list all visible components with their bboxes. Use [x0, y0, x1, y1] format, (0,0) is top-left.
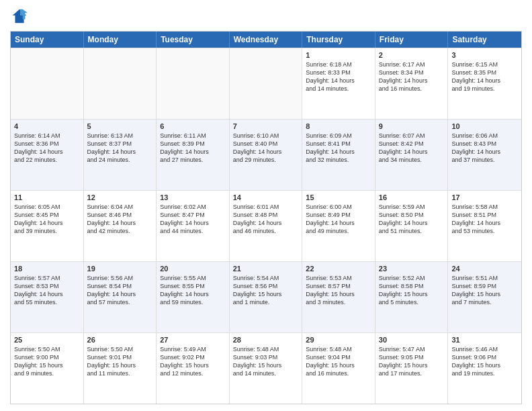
header-cell-sunday: Sunday [11, 32, 84, 48]
header-cell-thursday: Thursday [302, 32, 375, 48]
cell-text: Sunrise: 5:55 AM Sunset: 8:55 PM Dayligh… [160, 274, 226, 307]
day-number: 26 [87, 336, 153, 344]
calendar-cell: 11Sunrise: 6:05 AM Sunset: 8:45 PM Dayli… [11, 191, 84, 261]
cell-text: Sunrise: 6:14 AM Sunset: 8:36 PM Dayligh… [14, 132, 80, 165]
calendar-cell: 25Sunrise: 5:50 AM Sunset: 9:00 PM Dayli… [11, 333, 84, 404]
day-number: 25 [14, 336, 80, 344]
calendar-cell: 20Sunrise: 5:55 AM Sunset: 8:55 PM Dayli… [157, 262, 230, 332]
calendar-row-4: 25Sunrise: 5:50 AM Sunset: 9:00 PM Dayli… [11, 332, 521, 404]
cell-text: Sunrise: 5:54 AM Sunset: 8:56 PM Dayligh… [233, 274, 299, 307]
calendar-body: 1Sunrise: 6:18 AM Sunset: 8:33 PM Daylig… [11, 48, 521, 404]
day-number: 11 [14, 193, 80, 201]
cell-text: Sunrise: 6:01 AM Sunset: 8:48 PM Dayligh… [233, 203, 299, 236]
day-number: 13 [160, 193, 226, 201]
day-number: 14 [233, 193, 299, 201]
day-number: 1 [306, 51, 371, 59]
header [10, 7, 522, 26]
cell-text: Sunrise: 6:11 AM Sunset: 8:39 PM Dayligh… [160, 132, 226, 165]
cell-text: Sunrise: 5:48 AM Sunset: 9:04 PM Dayligh… [306, 345, 371, 378]
cell-text: Sunrise: 5:56 AM Sunset: 8:54 PM Dayligh… [87, 274, 153, 307]
calendar-cell: 17Sunrise: 5:58 AM Sunset: 8:51 PM Dayli… [448, 191, 521, 261]
day-number: 6 [160, 122, 226, 130]
day-number: 23 [379, 265, 445, 273]
calendar-row-0: 1Sunrise: 6:18 AM Sunset: 8:33 PM Daylig… [11, 48, 521, 119]
calendar-header: SundayMondayTuesdayWednesdayThursdayFrid… [11, 32, 521, 48]
day-number: 17 [451, 193, 518, 201]
cell-text: Sunrise: 6:15 AM Sunset: 8:35 PM Dayligh… [451, 60, 518, 93]
calendar-cell [230, 48, 303, 119]
cell-text: Sunrise: 5:50 AM Sunset: 9:00 PM Dayligh… [14, 345, 80, 378]
cell-text: Sunrise: 6:10 AM Sunset: 8:40 PM Dayligh… [233, 132, 299, 165]
calendar-cell: 18Sunrise: 5:57 AM Sunset: 8:53 PM Dayli… [11, 262, 84, 332]
day-number: 22 [306, 265, 371, 273]
calendar-row-3: 18Sunrise: 5:57 AM Sunset: 8:53 PM Dayli… [11, 261, 521, 332]
calendar-cell: 8Sunrise: 6:09 AM Sunset: 8:41 PM Daylig… [302, 120, 375, 190]
calendar-cell: 10Sunrise: 6:06 AM Sunset: 8:43 PM Dayli… [448, 120, 521, 190]
cell-text: Sunrise: 6:17 AM Sunset: 8:34 PM Dayligh… [379, 60, 445, 93]
day-number: 10 [451, 122, 518, 130]
day-number: 27 [160, 336, 226, 344]
cell-text: Sunrise: 5:47 AM Sunset: 9:05 PM Dayligh… [379, 345, 445, 378]
calendar-cell: 26Sunrise: 5:50 AM Sunset: 9:01 PM Dayli… [84, 333, 157, 404]
calendar-cell: 21Sunrise: 5:54 AM Sunset: 8:56 PM Dayli… [230, 262, 303, 332]
cell-text: Sunrise: 6:18 AM Sunset: 8:33 PM Dayligh… [306, 60, 371, 93]
calendar-cell [11, 48, 84, 119]
cell-text: Sunrise: 5:50 AM Sunset: 9:01 PM Dayligh… [87, 345, 153, 378]
cell-text: Sunrise: 5:53 AM Sunset: 8:57 PM Dayligh… [306, 274, 371, 307]
calendar-cell: 27Sunrise: 5:49 AM Sunset: 9:02 PM Dayli… [157, 333, 230, 404]
calendar-cell: 12Sunrise: 6:04 AM Sunset: 8:46 PM Dayli… [84, 191, 157, 261]
calendar-cell: 9Sunrise: 6:07 AM Sunset: 8:42 PM Daylig… [375, 120, 449, 190]
cell-text: Sunrise: 5:57 AM Sunset: 8:53 PM Dayligh… [14, 274, 80, 307]
logo [10, 7, 32, 26]
cell-text: Sunrise: 6:04 AM Sunset: 8:46 PM Dayligh… [87, 203, 153, 236]
header-cell-friday: Friday [375, 32, 449, 48]
calendar-cell: 6Sunrise: 6:11 AM Sunset: 8:39 PM Daylig… [157, 120, 230, 190]
calendar-cell: 2Sunrise: 6:17 AM Sunset: 8:34 PM Daylig… [375, 48, 449, 119]
calendar-cell [157, 48, 230, 119]
page: SundayMondayTuesdayWednesdayThursdayFrid… [0, 0, 532, 411]
calendar-cell: 23Sunrise: 5:52 AM Sunset: 8:58 PM Dayli… [375, 262, 449, 332]
calendar-cell: 31Sunrise: 5:46 AM Sunset: 9:06 PM Dayli… [448, 333, 521, 404]
day-number: 20 [160, 265, 226, 273]
header-cell-wednesday: Wednesday [230, 32, 303, 48]
day-number: 15 [306, 193, 371, 201]
day-number: 30 [379, 336, 445, 344]
day-number: 21 [233, 265, 299, 273]
day-number: 8 [306, 122, 371, 130]
calendar-row-2: 11Sunrise: 6:05 AM Sunset: 8:45 PM Dayli… [11, 190, 521, 261]
header-cell-monday: Monday [84, 32, 157, 48]
calendar: SundayMondayTuesdayWednesdayThursdayFrid… [10, 31, 522, 404]
calendar-cell: 4Sunrise: 6:14 AM Sunset: 8:36 PM Daylig… [11, 120, 84, 190]
header-cell-saturday: Saturday [448, 32, 521, 48]
cell-text: Sunrise: 5:58 AM Sunset: 8:51 PM Dayligh… [451, 203, 518, 236]
day-number: 9 [379, 122, 445, 130]
calendar-cell: 29Sunrise: 5:48 AM Sunset: 9:04 PM Dayli… [302, 333, 375, 404]
calendar-cell: 19Sunrise: 5:56 AM Sunset: 8:54 PM Dayli… [84, 262, 157, 332]
cell-text: Sunrise: 5:59 AM Sunset: 8:50 PM Dayligh… [379, 203, 445, 236]
cell-text: Sunrise: 5:49 AM Sunset: 9:02 PM Dayligh… [160, 345, 226, 378]
calendar-cell: 30Sunrise: 5:47 AM Sunset: 9:05 PM Dayli… [375, 333, 449, 404]
calendar-cell: 16Sunrise: 5:59 AM Sunset: 8:50 PM Dayli… [375, 191, 449, 261]
calendar-cell: 28Sunrise: 5:48 AM Sunset: 9:03 PM Dayli… [230, 333, 303, 404]
cell-text: Sunrise: 6:05 AM Sunset: 8:45 PM Dayligh… [14, 203, 80, 236]
calendar-cell: 3Sunrise: 6:15 AM Sunset: 8:35 PM Daylig… [448, 48, 521, 119]
cell-text: Sunrise: 6:00 AM Sunset: 8:49 PM Dayligh… [306, 203, 371, 236]
day-number: 5 [87, 122, 153, 130]
day-number: 18 [14, 265, 80, 273]
day-number: 2 [379, 51, 445, 59]
day-number: 16 [379, 193, 445, 201]
cell-text: Sunrise: 6:07 AM Sunset: 8:42 PM Dayligh… [379, 132, 445, 165]
day-number: 3 [451, 51, 518, 59]
calendar-cell: 1Sunrise: 6:18 AM Sunset: 8:33 PM Daylig… [302, 48, 375, 119]
calendar-cell: 14Sunrise: 6:01 AM Sunset: 8:48 PM Dayli… [230, 191, 303, 261]
header-cell-tuesday: Tuesday [157, 32, 230, 48]
cell-text: Sunrise: 5:48 AM Sunset: 9:03 PM Dayligh… [233, 345, 299, 378]
day-number: 24 [451, 265, 518, 273]
calendar-cell [84, 48, 157, 119]
cell-text: Sunrise: 6:02 AM Sunset: 8:47 PM Dayligh… [160, 203, 226, 236]
cell-text: Sunrise: 6:13 AM Sunset: 8:37 PM Dayligh… [87, 132, 153, 165]
day-number: 29 [306, 336, 371, 344]
day-number: 12 [87, 193, 153, 201]
calendar-cell: 24Sunrise: 5:51 AM Sunset: 8:59 PM Dayli… [448, 262, 521, 332]
cell-text: Sunrise: 6:06 AM Sunset: 8:43 PM Dayligh… [451, 132, 518, 165]
